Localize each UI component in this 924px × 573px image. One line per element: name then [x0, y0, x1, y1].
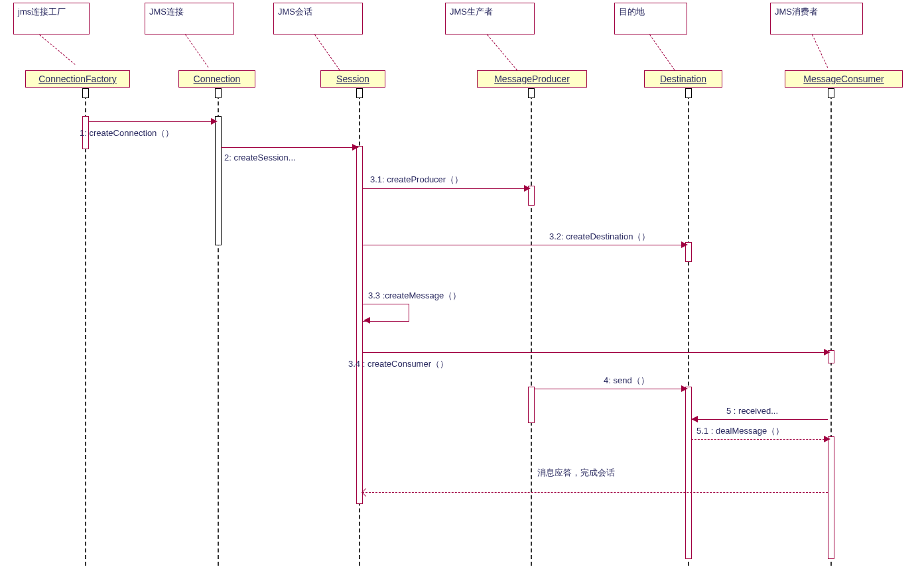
arrow-icon: [681, 385, 688, 392]
msg-return-reply: [362, 492, 828, 493]
activation-head: [685, 88, 692, 98]
arrow-icon: [524, 185, 531, 192]
arrow-icon: [211, 118, 218, 125]
msg-label: 2: createSession...: [224, 153, 296, 162]
activation-head: [215, 88, 222, 98]
note-producer: JMS生产者: [445, 3, 535, 34]
activation-session-main: [356, 146, 363, 504]
lifeline-producer: [531, 88, 532, 566]
note-text: JMS消费者: [775, 7, 818, 17]
anchor-line: [649, 34, 675, 70]
actor-label: Connection: [194, 74, 241, 84]
actor-label: ConnectionFactory: [38, 74, 117, 84]
activation-head: [82, 88, 89, 98]
actor-label: Session: [336, 74, 369, 84]
activation-head: [528, 88, 535, 98]
msg-create-session: [221, 147, 356, 148]
actor-label: MessageConsumer: [803, 74, 884, 84]
activation-connection: [215, 116, 222, 245]
note-destination: 目的地: [614, 3, 687, 34]
arrow-icon: [824, 436, 830, 442]
arrow-icon: [352, 144, 359, 151]
anchor-line: [39, 34, 75, 65]
anchor-line: [487, 34, 517, 70]
note-text: JMS生产者: [450, 7, 493, 17]
msg-deal-message: [691, 439, 828, 440]
actor-session: Session: [320, 70, 385, 88]
actor-connection-factory: ConnectionFactory: [25, 70, 130, 88]
msg-label: 3.3 :createMessage（）: [368, 290, 461, 302]
note-text: JMS连接: [149, 7, 184, 17]
note-text: jms连接工厂: [18, 7, 66, 17]
note-text: 目的地: [619, 7, 645, 17]
arrow-icon: [681, 241, 688, 248]
note-session: JMS会话: [273, 3, 363, 34]
actor-consumer: MessageConsumer: [785, 70, 903, 88]
activation-head: [356, 88, 363, 98]
anchor-line: [185, 34, 208, 68]
arrow-icon: [691, 416, 698, 422]
note-connection-factory: jms连接工厂: [13, 3, 90, 34]
msg-label: 5 : received...: [726, 406, 778, 416]
activation-consumer-deal: [828, 436, 834, 559]
anchor-line: [812, 34, 828, 68]
msg-label: 4: send（）: [604, 375, 649, 387]
msg-label: 1: createConnection（）: [80, 127, 174, 139]
msg-received: [691, 419, 828, 420]
note-connection: JMS连接: [145, 3, 234, 34]
actor-destination: Destination: [644, 70, 722, 88]
arrow-icon: [363, 317, 370, 324]
msg-create-destination: [362, 245, 685, 245]
msg-send: [534, 389, 685, 389]
arrow-icon: [824, 349, 830, 355]
lifeline-factory: [85, 88, 86, 566]
actor-producer: MessageProducer: [477, 70, 587, 88]
msg-label: 5.1 : dealMessage（）: [696, 425, 784, 437]
note-text: JMS会话: [278, 7, 312, 17]
anchor-line: [314, 34, 340, 70]
msg-create-connection: [88, 121, 215, 122]
activation-destination-send: [685, 387, 692, 559]
msg-label: 消息应答，完成会话: [537, 467, 615, 479]
msg-label: 3.1: createProducer（）: [370, 174, 463, 186]
actor-label: MessageProducer: [494, 74, 570, 84]
msg-create-producer: [362, 188, 528, 189]
msg-label: 3.4 : createConsumer（）: [348, 358, 448, 370]
activation-head: [828, 88, 834, 98]
arrow-open-icon: [362, 488, 370, 497]
actor-label: Destination: [660, 74, 706, 84]
note-consumer: JMS消费者: [770, 3, 863, 34]
msg-label: 3.2: createDestination（）: [549, 231, 650, 243]
msg-create-consumer: [362, 352, 828, 353]
activation-producer-send: [528, 387, 535, 423]
actor-connection: Connection: [178, 70, 255, 88]
